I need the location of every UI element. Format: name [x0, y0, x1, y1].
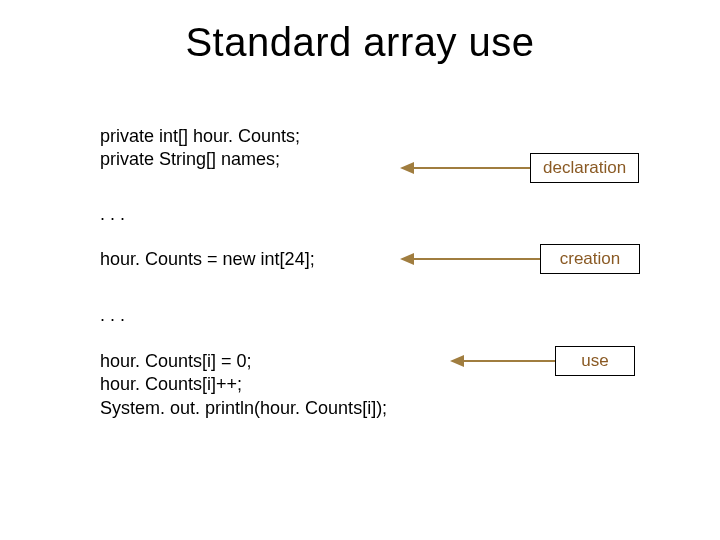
code-line: hour. Counts[i] = 0; — [100, 350, 387, 373]
code-ellipsis: . . . — [100, 304, 125, 327]
declaration-row: private int[] hour. Counts; private Stri… — [100, 125, 660, 181]
svg-marker-1 — [400, 162, 414, 174]
code-line: private int[] hour. Counts; — [100, 125, 300, 148]
arrow-left-icon — [450, 353, 555, 369]
creation-annotation: creation — [400, 244, 640, 274]
arrow-left-icon — [400, 251, 540, 267]
code-line: hour. Counts[i]++; — [100, 373, 387, 396]
use-code: hour. Counts[i] = 0; hour. Counts[i]++; … — [100, 350, 387, 420]
use-label: use — [555, 346, 635, 376]
use-row: hour. Counts[i] = 0; hour. Counts[i]++; … — [100, 350, 660, 430]
gap-row: . . . — [100, 304, 660, 327]
creation-label: creation — [540, 244, 640, 274]
use-annotation: use — [450, 346, 635, 376]
svg-marker-3 — [400, 253, 414, 265]
code-line: hour. Counts = new int[24]; — [100, 248, 315, 271]
slide-title: Standard array use — [0, 20, 720, 65]
gap-row: . . . — [100, 203, 660, 226]
arrow-left-icon — [400, 160, 530, 176]
declaration-code: private int[] hour. Counts; private Stri… — [100, 125, 300, 172]
code-ellipsis: . . . — [100, 203, 125, 226]
creation-code: hour. Counts = new int[24]; — [100, 248, 315, 271]
declaration-label: declaration — [530, 153, 639, 183]
code-line: private String[] names; — [100, 148, 300, 171]
declaration-annotation: declaration — [400, 153, 639, 183]
content-area: private int[] hour. Counts; private Stri… — [100, 125, 660, 438]
creation-row: hour. Counts = new int[24]; creation — [100, 248, 660, 278]
code-line: System. out. println(hour. Counts[i]); — [100, 397, 387, 420]
svg-marker-5 — [450, 355, 464, 367]
